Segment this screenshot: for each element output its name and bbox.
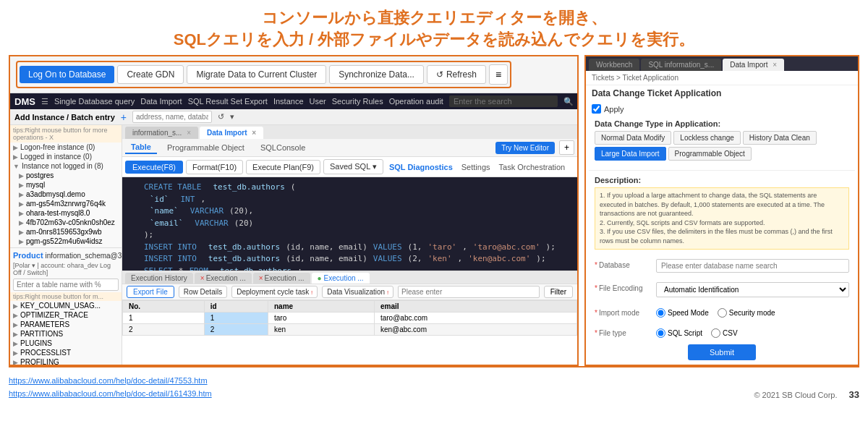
add-instance-button[interactable]: + [121,111,127,123]
close-tab-data-import[interactable]: × [252,129,256,137]
sidebar-a3adb[interactable]: ▶ a3adbmysql.demo [10,190,122,199]
table-search-input[interactable] [13,279,119,291]
results-tab-history[interactable]: Execution History [125,273,193,284]
subtab-programmable[interactable]: Programmable Object [161,142,250,153]
hamburger-icon: ☰ [41,97,48,106]
results-tab-exec2[interactable]: ×Execution ... [253,273,310,284]
security-mode-option[interactable]: Security mode [718,308,775,318]
type-history[interactable]: History Data Clean [743,131,817,145]
import-mode-radio-group: Speed Mode Security mode [656,307,849,318]
speed-mode-option[interactable]: Speed Mode [656,308,709,318]
editor-subtabs: Table Programmable Object SQLConsole Try… [122,139,577,157]
migrate-button[interactable]: Migrate Data to Current Cluster [187,65,326,84]
nav-audit[interactable]: Operation audit [389,97,443,106]
speed-mode-radio[interactable] [656,308,665,318]
sidebar-am-gs54m[interactable]: ▶ am-gs54m3znrwrg76q4k [10,199,122,208]
sidebar-pgm[interactable]: ▶ pgm-gs522m4u6w4idsz [10,237,122,246]
execute-plan-button[interactable]: Execute Plan(F9) [246,160,320,174]
footer-link-2[interactable]: https://www.alibabacloud.com/help/doc-de… [9,388,212,401]
sql-editor[interactable]: CREATE TABLE test_db.authors ( `id` INT,… [122,177,577,271]
nav-user[interactable]: User [310,97,326,106]
deployment-button[interactable]: Deployment cycle task ! [231,286,318,298]
sidebar-ohara[interactable]: ▶ ohara-test-mysql8.0 [10,208,122,218]
sql-script-label: SQL Script [668,329,702,337]
subtab-sqlconsole[interactable]: SQLConsole [255,142,311,153]
table-processlist[interactable]: ▶PROCESSLIST [10,348,122,357]
type-programmable[interactable]: Programmable Object [668,147,752,161]
refresh-button[interactable]: ↺ Refresh [427,65,486,84]
subtab-table[interactable]: Table [125,141,157,154]
action-tab-task[interactable]: Task Orchestration [496,161,569,173]
csv-option[interactable]: CSV [711,328,738,338]
action-tab-diagnostics[interactable]: SQL Diagnostics [386,161,456,173]
dms-search-input[interactable] [449,95,558,107]
left-panel: Log On to Database Create GDN Migrate Da… [9,55,579,366]
export-file-button[interactable]: Export File [127,286,174,298]
refresh-instance-icon[interactable]: ↺ [218,112,224,122]
action-tab-settings[interactable]: Settings [459,161,493,173]
sidebar-logged-in[interactable]: ▶ Logged in instance (0) [10,152,122,161]
sidebar-mysql[interactable]: ▶ mysql [10,180,122,190]
apply-row: Apply [586,101,858,116]
right-tab-workbench[interactable]: Workbench [589,59,639,71]
new-tab-button[interactable]: + [559,140,574,155]
type-large[interactable]: Large Data Import [595,147,666,161]
sql-script-radio[interactable] [656,328,665,338]
sidebar-postgres[interactable]: ▶ postgres [10,171,122,180]
type-lockless[interactable]: Lockless change [673,131,741,145]
apply-checkbox[interactable] [592,104,601,114]
nav-single-db[interactable]: Single Database query [54,97,135,106]
file-encoding-select[interactable]: Automatic Identification [656,282,849,297]
table-optimizer-trace[interactable]: ▶OPTIMIZER_TRACE [10,310,122,320]
sidebar-4fb702[interactable]: ▶ 4fb702m63v-c05nkn0sh0ez [10,218,122,227]
footer-link-1[interactable]: https://www.alibabacloud.com/help/doc-de… [9,375,212,388]
try-new-editor-button[interactable]: Try New Editor [495,142,555,154]
database-input[interactable] [656,259,849,273]
csv-radio[interactable] [711,328,720,338]
product-section: Product information_schema@3306 [10,250,122,261]
dms-logo: DMS [14,96,35,107]
visualization-button[interactable]: Data Visualization ! [322,286,393,298]
address-input[interactable] [132,111,212,123]
filter-button[interactable]: Filter [544,286,573,298]
right-tab-sql-info[interactable]: SQL information_s... [641,59,721,71]
product-label: Product [13,251,43,260]
security-mode-radio[interactable] [718,308,727,318]
right-tab-data-import[interactable]: Data Import × [723,59,784,71]
nav-security[interactable]: Security Rules [332,97,383,106]
table-plugins[interactable]: ▶PLUGINS [10,339,122,348]
nav-data-import[interactable]: Data Import [140,97,182,106]
sidebar-am-0nrs[interactable]: ▶ am-0nrs8159653gx9wb [10,227,122,237]
tab-data-import[interactable]: Data Import × [200,127,263,139]
table-partitions[interactable]: ▶PARTITIONS [10,329,122,339]
cell-no: 2 [123,324,205,336]
results-tab-exec3[interactable]: ●Execution ... [312,273,370,284]
create-gdn-button[interactable]: Create GDN [117,65,184,84]
green-dot-icon: ● [318,274,322,282]
filter-instance-icon[interactable]: ▾ [230,112,234,122]
sidebar-not-logged-in[interactable]: ▼ Instance not logged in (8) [10,161,122,171]
nav-sql-export[interactable]: SQL Result Set Export [188,97,268,106]
results-tab-exec1[interactable]: ×Execution ... [195,273,252,284]
menu-icon-button[interactable]: ≡ [489,64,508,85]
table-profiling[interactable]: ▶PROFILING [10,357,122,365]
close-right-tab[interactable]: × [773,61,777,69]
close-tab-info[interactable]: × [187,129,191,137]
tips-right-mouse: tips:Right mouse button for m... [10,292,122,301]
execute-button[interactable]: Execute(F8) [125,161,183,174]
log-on-button[interactable]: Log On to Database [20,66,114,83]
results-search-input[interactable] [398,286,540,298]
sql-script-option[interactable]: SQL Script [656,328,702,338]
format-button[interactable]: Format(F10) [186,160,243,174]
table-key-column[interactable]: ▶KEY_COLUMN_USAG... [10,301,122,310]
saved-sql-button[interactable]: Saved SQL ▾ [323,159,383,174]
dropdown-icon: ▾ [373,162,377,171]
table-parameters[interactable]: ▶PARAMETERS [10,320,122,329]
sync-button[interactable]: Synchronize Data... [329,65,424,84]
row-details-button[interactable]: Row Details [179,286,227,298]
nav-instance[interactable]: Instance [273,97,304,106]
type-normal[interactable]: Normal Data Modify [595,131,671,145]
submit-button[interactable]: Submit [688,344,756,360]
sidebar-logon-free[interactable]: ▶ Logon-free instance (0) [10,143,122,152]
tab-info-schema[interactable]: information_s... × [125,127,198,139]
